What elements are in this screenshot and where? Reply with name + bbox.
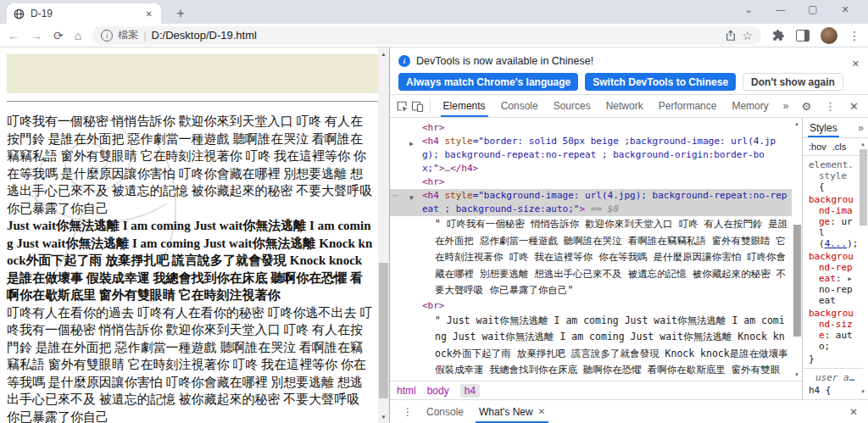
scroll-down-icon[interactable]: ▼ <box>858 387 868 397</box>
code-segment: " Just wait你無法逃離 I am coming Just wait你無… <box>435 314 788 381</box>
style-declaration-line[interactable]: h4 { <box>809 385 857 396</box>
scrollbar-thumb[interactable] <box>379 263 388 398</box>
reload-icon[interactable]: ⟳ <box>53 30 64 42</box>
scroll-up-icon[interactable]: ▲ <box>858 139 868 149</box>
code-segment: style <box>439 136 473 147</box>
style-declaration-line[interactable]: background-repeat: ▸ no-repeat <box>809 251 857 306</box>
dom-node-row[interactable]: " 叮咚我有一個秘密 悄悄告訴你 歡迎你來到天堂入口 叮咚 有人在按門鈴 是誰在… <box>390 216 792 299</box>
collapse-caret-icon[interactable]: ▼ <box>409 192 414 205</box>
style-declaration-line[interactable]: display <box>809 398 857 399</box>
style-declaration-line[interactable]: background-size: auto; <box>809 308 857 352</box>
page-paragraph: Just wait你無法逃離 I am coming Just wait你無法逃… <box>7 219 372 302</box>
browser-window: D-19 ✕ + ⌄ — ▢ ✕ ← → ⟳ ⌂ i 檔案 | D:/Deskt… <box>0 0 868 423</box>
inspect-element-icon[interactable] <box>395 95 409 117</box>
tab-performance[interactable]: Performance <box>651 95 725 117</box>
breadcrumb-item-html[interactable]: html <box>397 385 416 397</box>
bookmark-star-icon[interactable]: ☆ <box>742 29 753 42</box>
dom-node-row[interactable]: <br> <box>390 299 792 313</box>
beige-bordered-block <box>7 54 378 93</box>
elements-pane: <hr>▶<h4 style="border: solid 50px beige… <box>390 118 802 399</box>
scrollbar-thumb[interactable] <box>860 149 867 225</box>
page-info-icon[interactable]: i <box>101 30 113 42</box>
drawer-menu-kebab-icon[interactable]: ⋮ <box>397 400 419 423</box>
style-segment: display <box>815 398 854 399</box>
drawer-tab-console[interactable]: Console <box>419 400 471 423</box>
dom-node-row[interactable]: ⋯▼<h4 style="background-image: url(4.jpg… <box>390 189 792 216</box>
devtools-close-icon[interactable]: ✕ <box>843 100 865 113</box>
tab-network[interactable]: Network <box>598 95 651 117</box>
profile-avatar[interactable] <box>821 27 837 44</box>
code-segment: <br> <box>422 300 445 311</box>
page-paragraph: 叮咚有人在看你的過去 叮咚有人在看你的秘密 叮咚你逃不出去 叮咚我有一個秘密 悄… <box>7 306 372 423</box>
banner-button[interactable]: Always match Chrome's language <box>398 73 578 91</box>
styles-filter-toggle[interactable]: :hov <box>809 142 826 152</box>
extensions-puzzle-icon[interactable] <box>772 29 785 42</box>
style-segment: user agent stylesheet <box>815 372 857 383</box>
code-segment: " 叮咚我有一個秘密 悄悄告訴你 歡迎你來到天堂入口 叮咚 有人在按門鈴 是誰在… <box>435 218 787 296</box>
dom-node-row[interactable]: " Just wait你無法逃離 I am coming Just wait你無… <box>390 313 792 381</box>
tab-elements[interactable]: Elements <box>436 95 493 117</box>
page-text: 叮咚我有一個秘密 悄悄告訴你 歡迎你來到天堂入口 叮咚 有人在按門鈴 是誰在外面… <box>7 113 375 423</box>
styles-pane: Styles » :hov.cls element.style {backgro… <box>802 118 868 399</box>
new-tab-button[interactable]: + <box>170 3 192 24</box>
breadcrumb-item-h4[interactable]: h4 <box>460 384 480 398</box>
elements-scrollbar[interactable]: ▲ ▼ <box>792 118 802 381</box>
home-icon[interactable]: ⌂ <box>75 30 81 42</box>
settings-gear-icon[interactable]: ⚙ <box>795 100 817 113</box>
browser-menu-kebab-icon[interactable]: ⋮ <box>849 29 860 42</box>
window-maximize-icon[interactable]: ▢ <box>797 3 829 15</box>
scroll-down-icon[interactable]: ▼ <box>792 370 802 380</box>
more-tabs-icon[interactable]: » <box>776 95 796 117</box>
styles-more-icon[interactable]: » <box>858 122 868 134</box>
expand-caret-icon[interactable]: ▶ <box>409 137 414 151</box>
browser-tab[interactable]: D-19 ✕ <box>7 3 161 24</box>
window-close-icon[interactable]: ✕ <box>829 4 861 15</box>
window-chevron-icon[interactable]: ⌄ <box>732 4 765 15</box>
resource-link[interactable]: 4... <box>825 238 848 249</box>
address-bar[interactable]: i 檔案 | D:/Desktop/D-19.html ☆ <box>92 26 761 45</box>
tab-close-icon[interactable]: ✕ <box>144 9 154 19</box>
back-icon[interactable]: ← <box>8 30 19 42</box>
side-panel-icon[interactable] <box>796 30 810 42</box>
dom-node-row[interactable]: <hr> <box>390 175 792 189</box>
drawer-tab-close-icon[interactable]: ✕ <box>538 407 545 416</box>
scroll-up-icon[interactable]: ▲ <box>378 48 389 59</box>
style-declaration-line[interactable]: background-image: url(4...); <box>809 194 857 249</box>
banner-button[interactable]: Don't show again <box>743 73 843 91</box>
code-segment: <h4 <box>422 190 439 201</box>
styles-scrollbar[interactable]: ▲ ▼ <box>858 138 868 398</box>
tab-styles[interactable]: Styles <box>810 118 837 137</box>
tab-memory[interactable]: Memory <box>724 95 776 117</box>
style-declaration-line[interactable]: element.style { <box>809 159 857 192</box>
code-segment: <hr> <box>422 176 445 187</box>
drawer-tab-what-s-new[interactable]: What's New✕ <box>471 400 553 423</box>
page-scrollbar[interactable]: ▲ ▼ <box>378 47 389 423</box>
dom-node-row[interactable]: ▶<h4 style="border: solid 50px beige ;ba… <box>390 135 792 175</box>
banner-button[interactable]: Switch DevTools to Chinese <box>585 73 736 91</box>
banner-close-icon[interactable]: ✕ <box>852 58 860 70</box>
style-segment: element.style <box>809 159 854 181</box>
styles-filter-toggle[interactable]: .cls <box>832 142 847 152</box>
scroll-down-icon[interactable]: ▼ <box>378 411 389 422</box>
devtools-menu-kebab-icon[interactable]: ⋮ <box>819 100 842 113</box>
device-toolbar-icon[interactable] <box>409 95 424 117</box>
devtools-drawer: ⋮ ConsoleWhat's New✕ ✕ <box>390 399 868 423</box>
window-minimize-icon[interactable]: — <box>765 4 797 14</box>
forward-icon[interactable]: → <box>31 30 42 42</box>
drawer-close-icon[interactable]: ✕ <box>846 400 861 423</box>
code-segment: <hr> <box>422 122 445 133</box>
dom-node-row[interactable]: <hr> <box>390 121 792 135</box>
scrollbar-thumb[interactable] <box>793 225 801 337</box>
tab-console[interactable]: Console <box>493 95 546 117</box>
style-declaration-line[interactable]: user agent stylesheet <box>809 372 857 383</box>
url-text[interactable]: D:/Desktop/D-19.html <box>152 29 721 42</box>
share-icon[interactable] <box>725 30 737 42</box>
style-declaration-line[interactable]: } <box>809 353 857 365</box>
tab-sources[interactable]: Sources <box>546 95 598 117</box>
breadcrumb-item-body[interactable]: body <box>427 385 449 397</box>
drawer-tab-label: What's New <box>479 406 533 418</box>
node-options-dots[interactable]: ⋯ <box>392 189 399 203</box>
devtools-tabs: ElementsConsoleSourcesNetworkPerformance… <box>436 95 776 117</box>
style-segment: : <box>836 273 847 284</box>
scroll-up-icon[interactable]: ▲ <box>792 119 802 129</box>
